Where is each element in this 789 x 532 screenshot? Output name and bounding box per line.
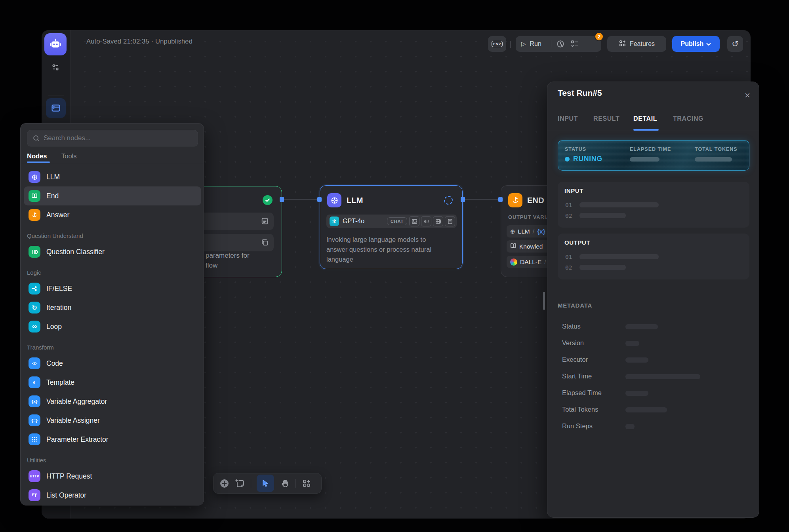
autosave-status: Auto-Saved 21:02:35 · Unpublished (86, 38, 192, 45)
llm-output-handle[interactable] (461, 197, 465, 202)
line-number: 02 (565, 264, 572, 271)
node-item-variable-aggregator[interactable]: {x} Variable Aggregator (24, 392, 201, 411)
llm-node[interactable]: LLM ✻ GPT-4o CHAT Invo (320, 185, 463, 269)
panel-toggle-icon[interactable] (46, 98, 66, 118)
tab-nodes[interactable]: Nodes (27, 152, 47, 160)
chat-mode-badge: CHAT (387, 217, 407, 225)
status-card: STATUS ELAPSED TIME TOTAL TOKENS RUNING (558, 140, 749, 171)
node-item-http-request[interactable]: HTTP HTTP Request (24, 467, 201, 486)
toolbar-divider (251, 479, 251, 488)
section-utilities: Utilities (27, 457, 46, 464)
run-history-gauge-icon[interactable] (555, 39, 566, 49)
meta-value-placeholder (625, 407, 667, 412)
history-icon: ↺ (732, 39, 739, 49)
hand-mode-button[interactable] (280, 478, 290, 488)
pointer-mode-button[interactable] (257, 475, 274, 492)
ifelse-icon (29, 283, 40, 294)
node-item-list-operator[interactable]: List Operator (24, 486, 201, 505)
features-button[interactable]: Features (607, 36, 666, 52)
meta-label-elapsed-time: Elapsed Time (562, 389, 602, 397)
checklist-icon[interactable] (570, 39, 580, 49)
meta-label-executor: Executor (562, 356, 588, 363)
panel-resize-handle[interactable] (543, 292, 545, 310)
organize-nodes-button[interactable] (301, 478, 312, 488)
node-item-ifelse[interactable]: IF/ELSE (24, 279, 201, 298)
edge-llm-to-end (463, 199, 501, 200)
llm-node-description: Invoking large language models to answer… (326, 235, 431, 264)
running-dot-icon (565, 157, 570, 162)
variable-aggregator-icon: {x} (29, 395, 40, 407)
copy-field-icon (261, 238, 269, 248)
node-item-end[interactable]: End (24, 186, 201, 205)
node-item-iteration[interactable]: ↻ Iteration (24, 298, 201, 317)
llm-node-title: LLM (347, 196, 363, 205)
node-item-answer[interactable]: Answer (24, 205, 201, 224)
node-item-variable-assigner[interactable]: {=} Variable Assigner (24, 411, 201, 430)
node-item-code[interactable]: </> Code (24, 354, 201, 373)
total-tokens-placeholder (695, 157, 732, 162)
variable-assigner-icon: {=} (29, 414, 40, 426)
status-value: RUNING (565, 155, 602, 163)
run-panel-title: Test Run#5 (558, 88, 602, 98)
end-node-title: END (527, 196, 544, 205)
answer-icon (29, 209, 40, 221)
end-input-handle[interactable] (498, 197, 503, 202)
chevron-down-icon (706, 40, 711, 48)
run-button[interactable]: Run (530, 40, 541, 48)
running-spinner-icon (444, 196, 453, 205)
node-item-question-classifier[interactable]: Question Classifier (24, 242, 201, 261)
total-tokens-label: TOTAL TOKENS (695, 146, 738, 152)
node-search[interactable] (27, 130, 198, 146)
tab-detail[interactable]: DETAIL (633, 115, 657, 122)
input-placeholder (579, 202, 659, 207)
node-item-loop[interactable]: ∞ Loop (24, 317, 201, 336)
meta-value-placeholder (625, 357, 648, 363)
status-label: STATUS (565, 146, 586, 152)
document-capability-icon (445, 216, 455, 226)
llm-input-handle[interactable] (317, 197, 322, 202)
play-icon: ▷ (521, 40, 526, 48)
meta-value-placeholder (625, 324, 658, 329)
add-node-button[interactable] (219, 478, 229, 488)
toolbar-divider (295, 479, 296, 488)
line-number: 02 (565, 213, 572, 219)
vision-capability-icon (409, 216, 419, 226)
search-input[interactable] (44, 134, 192, 142)
node-item-template[interactable]: ◐ Template (24, 373, 201, 392)
add-note-button[interactable] (235, 478, 245, 488)
workflow-settings-icon[interactable] (51, 63, 60, 72)
model-selector[interactable]: ✻ GPT-4o CHAT (326, 215, 457, 228)
tab-result[interactable]: RESULT (593, 115, 619, 122)
close-icon[interactable]: × (745, 91, 750, 100)
meta-label-status: Status (562, 323, 581, 330)
loop-icon: ∞ (29, 321, 40, 332)
meta-label-version: Version (562, 339, 584, 347)
checklist-count-badge: 2 (595, 32, 604, 41)
tab-tracing[interactable]: TRACING (673, 115, 703, 122)
test-run-panel: Test Run#5 × INPUT RESULT DETAIL TRACING… (547, 82, 759, 518)
elapsed-time-placeholder (630, 157, 659, 162)
llm-node-icon (327, 193, 341, 207)
line-number: 01 (565, 254, 572, 260)
version-history-button[interactable]: ↺ (727, 36, 743, 52)
features-icon (619, 40, 626, 49)
tab-input[interactable]: INPUT (558, 115, 578, 122)
env-variables-button[interactable]: ENV (488, 36, 506, 52)
meta-label-total-tokens: Total Tokens (562, 406, 598, 413)
app-logo-robot-icon[interactable] (44, 33, 67, 55)
end-output-variables-label: OUTPUT VARIA (508, 214, 550, 220)
start-output-handle[interactable] (280, 197, 284, 202)
page: Auto-Saved 21:02:35 · Unpublished parame… (0, 0, 789, 532)
canvas-toolbar (213, 473, 322, 494)
list-operator-icon (29, 489, 40, 501)
parameter-extractor-icon (29, 433, 40, 445)
publish-button[interactable]: Publish (672, 36, 720, 52)
knowledge-icon (510, 243, 516, 251)
node-item-parameter-extractor[interactable]: Parameter Extractor (24, 430, 201, 449)
tab-tools[interactable]: Tools (61, 152, 77, 160)
meta-label-run-steps: Run Steps (562, 422, 593, 430)
input-card-title: INPUT (564, 187, 583, 194)
node-item-llm[interactable]: LLM (24, 167, 201, 186)
paragraph-field-icon (261, 217, 269, 227)
section-question-understand: Question Understand (27, 232, 83, 239)
